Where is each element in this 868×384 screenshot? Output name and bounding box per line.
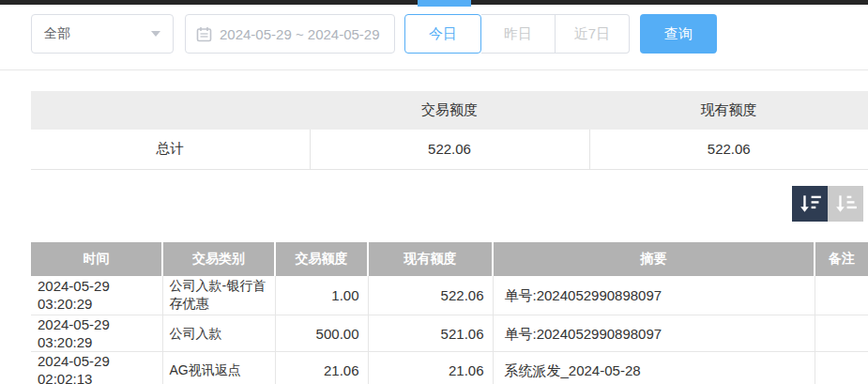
col-header-remark: 备注 <box>815 242 868 276</box>
top-bar <box>0 0 868 5</box>
chevron-down-icon <box>151 31 160 37</box>
cell-type: 公司入款 <box>162 315 275 352</box>
cell-type: AG视讯返点 <box>162 352 275 384</box>
table-row: 2024-05-29 02:02:13 AG视讯返点 21.06 21.06 系… <box>31 352 868 384</box>
sort-ascending-button[interactable] <box>828 186 863 222</box>
summary-total-label: 总计 <box>31 130 310 169</box>
cell-amount: 21.06 <box>275 352 368 384</box>
summary-transaction-amount: 522.06 <box>310 130 589 169</box>
cell-balance: 21.06 <box>368 352 493 384</box>
last7days-button[interactable]: 近7日 <box>556 14 630 54</box>
summary-total-row: 总计 522.06 522.06 <box>31 130 868 169</box>
col-header-amount: 交易额度 <box>275 242 368 276</box>
col-header-type: 交易类别 <box>162 242 275 276</box>
filter-select-value: 全部 <box>44 25 70 42</box>
cell-time: 2024-05-29 02:02:13 <box>31 352 162 384</box>
quick-range-button-group: 今日 昨日 近7日 <box>404 14 630 54</box>
yesterday-button[interactable]: 昨日 <box>481 14 556 54</box>
toolbar-divider <box>0 69 868 70</box>
active-tab-indicator <box>418 0 471 7</box>
summary-table: 交易额度 现有额度 总计 522.06 522.06 <box>31 91 868 170</box>
summary-header-empty <box>31 91 310 130</box>
summary-header-current-amount: 现有额度 <box>589 91 868 130</box>
cell-time: 2024-05-29 03:20:29 <box>31 315 162 352</box>
cell-summary: 系统派发_2024-05-28 <box>493 352 815 384</box>
table-row: 2024-05-29 03:20:29 公司入款-银行首存优惠 1.00 522… <box>31 276 868 315</box>
sort-controls <box>31 186 868 222</box>
filter-toolbar: 全部 2024-05-29 ~ 2024-05-29 今日 昨日 近7日 查询 <box>31 14 868 54</box>
cell-time: 2024-05-29 03:20:29 <box>31 276 162 315</box>
cell-amount: 1.00 <box>275 276 368 315</box>
cell-amount: 500.00 <box>275 315 368 352</box>
main-content: 交易额度 现有额度 总计 522.06 522.06 <box>0 91 868 384</box>
col-header-summary: 摘要 <box>493 242 815 276</box>
calendar-icon <box>196 26 212 42</box>
search-button[interactable]: 查询 <box>640 14 717 54</box>
cell-balance: 522.06 <box>368 276 493 315</box>
col-header-balance: 现有额度 <box>368 242 493 276</box>
date-range-value: 2024-05-29 ~ 2024-05-29 <box>220 26 380 42</box>
table-row: 2024-05-29 03:20:29 公司入款 500.00 521.06 单… <box>31 315 868 352</box>
sort-descending-button[interactable] <box>792 186 828 222</box>
cell-remark <box>815 315 868 352</box>
col-header-time: 时间 <box>31 242 162 276</box>
summary-header-transaction-amount: 交易额度 <box>310 91 589 130</box>
transactions-table: 时间 交易类别 交易额度 现有额度 摘要 备注 2024-05-29 03:20… <box>31 242 868 384</box>
cell-summary: 单号:2024052990898097 <box>493 276 815 315</box>
transactions-header-row: 时间 交易类别 交易额度 现有额度 摘要 备注 <box>31 242 868 276</box>
cell-summary: 单号:2024052990898097 <box>493 315 815 352</box>
cell-remark <box>815 352 868 384</box>
cell-remark <box>815 276 868 315</box>
filter-select[interactable]: 全部 <box>31 14 174 54</box>
summary-header-row: 交易额度 现有额度 <box>31 91 868 130</box>
cell-type: 公司入款-银行首存优惠 <box>162 276 275 315</box>
date-range-input[interactable]: 2024-05-29 ~ 2024-05-29 <box>185 14 395 54</box>
sort-descending-icon <box>796 190 824 218</box>
sort-ascending-icon <box>831 190 860 218</box>
summary-current-amount: 522.06 <box>589 130 868 169</box>
today-button[interactable]: 今日 <box>404 14 481 54</box>
cell-balance: 521.06 <box>368 315 493 352</box>
